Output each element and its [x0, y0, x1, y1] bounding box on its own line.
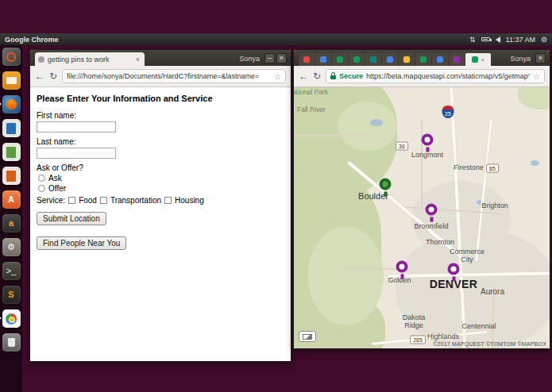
browser-tab[interactable]: [382, 53, 398, 66]
browser-tab[interactable]: [299, 53, 315, 66]
browser-tab[interactable]: [349, 53, 365, 66]
map-label-longmont: Longmont: [411, 151, 443, 159]
map-pin-longmont[interactable]: [422, 134, 434, 146]
url-text: https://beta.mapquestapi.com/staticmap/v…: [366, 72, 530, 80]
road-minor: [421, 119, 423, 206]
browser-tab[interactable]: [365, 53, 381, 66]
map-label-fall-river: Fall River: [297, 106, 342, 114]
close-button[interactable]: ×: [535, 53, 546, 63]
left-chrome-window: getting pins to work × Sonya – × ← ↻ fil…: [29, 49, 291, 362]
map-label-centennial: Centennial: [461, 322, 496, 330]
window-user-label: Sonya: [235, 55, 264, 63]
map-label-thornton: Thornton: [426, 238, 454, 246]
tab-close-icon[interactable]: ×: [134, 56, 141, 63]
browser-tab[interactable]: [432, 53, 448, 66]
housing-checkbox[interactable]: [164, 197, 172, 204]
tab-close-icon[interactable]: ×: [481, 56, 484, 63]
service-row: Service: Food Transportation Housing: [37, 196, 291, 205]
browser-tab[interactable]: [399, 53, 415, 66]
first-name-input[interactable]: [37, 121, 116, 133]
browser-tab-active[interactable]: ×: [465, 53, 491, 66]
volume-icon[interactable]: [496, 37, 500, 43]
battery-icon[interactable]: [481, 37, 490, 41]
tab-favicon-icon: [320, 56, 326, 63]
launcher-icon-libreoffice-calc[interactable]: [2, 143, 21, 161]
map-label-brighton: Brighton: [481, 202, 508, 209]
launcher-icon-dash-home[interactable]: [2, 48, 21, 66]
radio-row-offer[interactable]: Offer: [38, 184, 291, 193]
lake: [370, 119, 383, 126]
refresh-button[interactable]: ↻: [49, 71, 57, 81]
transportation-checkbox[interactable]: [100, 197, 107, 204]
submit-location-button[interactable]: Submit Location: [37, 212, 106, 225]
bookmark-star-icon[interactable]: ☆: [274, 72, 281, 81]
refresh-button[interactable]: ↻: [313, 71, 321, 81]
road-minor: [294, 135, 369, 136]
map-label-commerce-city: Commerce City: [447, 248, 487, 264]
food-checkbox-label: Food: [79, 196, 97, 205]
launcher-icon-sublime-text[interactable]: S: [2, 286, 21, 304]
offer-radio[interactable]: [38, 185, 45, 192]
map-expand-button[interactable]: [299, 331, 316, 342]
map-pin-denver[interactable]: [448, 263, 460, 275]
close-button[interactable]: ×: [276, 53, 287, 63]
launcher-icon-libreoffice-impress[interactable]: [2, 167, 21, 185]
tab-favicon-icon: [337, 56, 343, 63]
launcher-icon-trash[interactable]: [2, 333, 21, 352]
launcher-icon-firefox[interactable]: [2, 95, 21, 113]
session-gear-icon[interactable]: ⚙: [541, 36, 547, 44]
launcher-icon-files[interactable]: [2, 71, 21, 90]
top-menubar: Google Chrome ⇅ 11:37 AM ⚙: [0, 33, 552, 45]
secure-label: Secure: [339, 72, 363, 80]
address-bar[interactable]: Secure https://beta.mapquestapi.com/stat…: [326, 69, 545, 83]
launcher-icon-chrome[interactable]: [2, 309, 21, 328]
clock[interactable]: 11:37 AM: [506, 36, 535, 44]
map-pin-golden[interactable]: [396, 261, 408, 273]
address-bar[interactable]: file:///home/sonya/Documents/HardC?first…: [62, 69, 286, 83]
browser-tab[interactable]: [415, 53, 431, 66]
map-label-firestone: Firestone: [454, 163, 484, 171]
tab-getting-pins[interactable]: getting pins to work ×: [35, 52, 145, 66]
transportation-checkbox-label: Transportation: [110, 196, 161, 205]
terrain-green: [308, 226, 384, 325]
last-name-input[interactable]: [37, 148, 116, 159]
housing-checkbox-label: Housing: [175, 196, 204, 205]
radio-row-ask[interactable]: Ask: [38, 174, 291, 183]
form-heading: Please Enter Your Information and Servic…: [37, 94, 291, 103]
map-label-national-park: National Park: [294, 89, 332, 97]
tab-favicon-icon: [353, 56, 360, 63]
launcher: A a ⚙ >_ S: [0, 45, 22, 392]
launcher-icon-libreoffice-writer[interactable]: [2, 119, 21, 137]
tab-favicon-icon: [437, 56, 443, 63]
minimize-button[interactable]: –: [264, 53, 275, 63]
tab-favicon-icon: [454, 56, 460, 63]
ask-radio-label: Ask: [48, 174, 62, 183]
tab-favicon-icon: [420, 56, 427, 63]
back-button[interactable]: ←: [299, 71, 308, 81]
map-label-broomfield: Broomfield: [414, 222, 448, 230]
image-icon: [303, 334, 312, 340]
map-pin-boulder[interactable]: [380, 179, 392, 190]
ask-offer-label: Ask or Offer?: [37, 163, 291, 172]
tab-favicon-icon: [370, 56, 376, 63]
network-icon[interactable]: ⇅: [469, 36, 476, 44]
bookmark-star-icon[interactable]: ☆: [533, 72, 540, 81]
launcher-icon-system-settings[interactable]: ⚙: [2, 238, 21, 256]
map[interactable]: 36 25 85 285 National Park Fall River Lo…: [294, 87, 550, 349]
offer-radio-label: Offer: [48, 184, 66, 193]
find-people-button[interactable]: Find People Near You: [37, 236, 126, 250]
browser-tab[interactable]: [315, 53, 331, 66]
launcher-icon-ubuntu-software[interactable]: A: [2, 190, 21, 209]
right-window-titlebar[interactable]: × Sonya ×: [294, 50, 550, 66]
launcher-icon-terminal[interactable]: >_: [2, 262, 21, 280]
browser-tab[interactable]: [332, 53, 348, 66]
form-page: Please Enter Your Information and Servic…: [30, 87, 291, 362]
food-checkbox[interactable]: [68, 197, 75, 204]
launcher-icon-amazon[interactable]: a: [2, 214, 21, 233]
ask-radio[interactable]: [38, 175, 45, 182]
desktop: Google Chrome ⇅ 11:37 AM ⚙ A a ⚙ >_ S ge…: [0, 0, 552, 392]
back-button[interactable]: ←: [35, 71, 44, 81]
left-window-titlebar[interactable]: getting pins to work × Sonya – ×: [30, 50, 291, 66]
browser-tab[interactable]: [449, 53, 465, 66]
map-pin-broomfield[interactable]: [426, 204, 438, 216]
